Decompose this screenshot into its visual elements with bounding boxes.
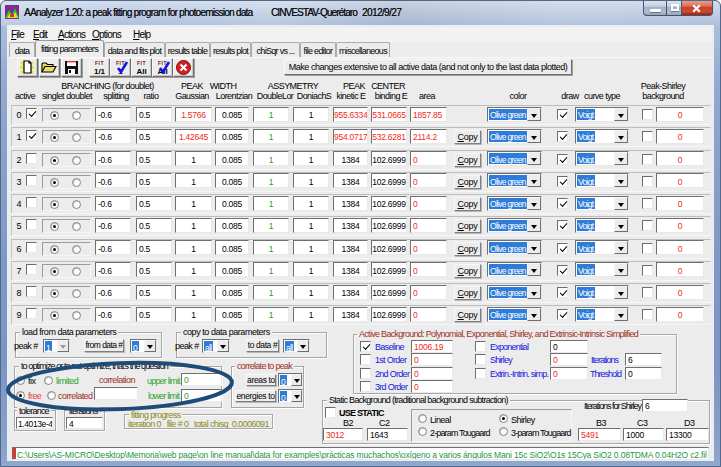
svg-text:1/1: 1/1 <box>94 67 106 76</box>
svg-text:All: All <box>136 67 146 76</box>
svg-text:FIT: FIT <box>95 60 104 66</box>
svg-text:FIT: FIT <box>137 60 146 66</box>
